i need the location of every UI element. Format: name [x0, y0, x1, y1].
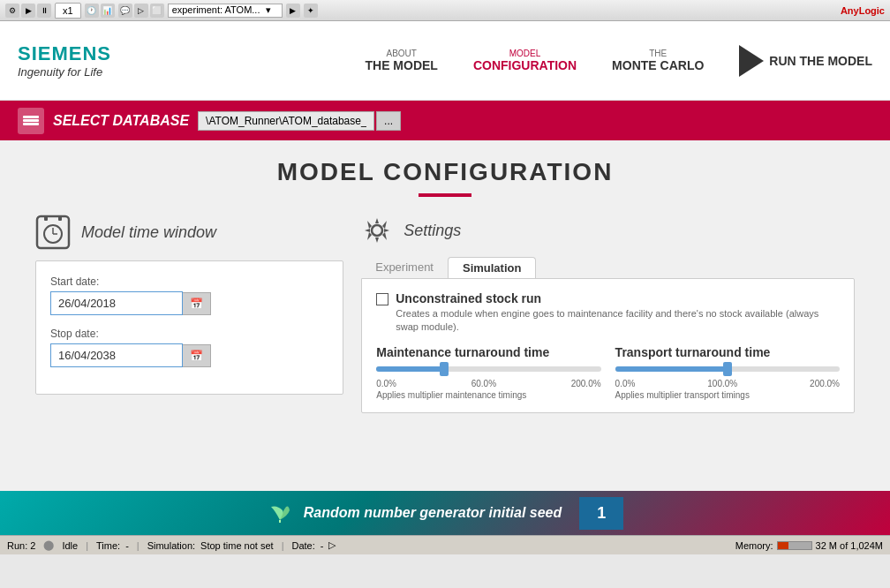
nav-config[interactable]: MODEL CONFIGURATION [473, 49, 577, 72]
nav-montecarlo[interactable]: THE MONTE CARLO [612, 49, 704, 72]
transport-max-label: 200.0% [810, 379, 840, 388]
tb-icon-1[interactable]: ⚙ [5, 4, 19, 18]
title-bar-right: AnyLogic [841, 5, 885, 16]
transport-slider-labels: 0.0% 100.0% 200.0% [615, 379, 840, 388]
run-icon[interactable]: ▷ [328, 539, 336, 551]
time-window-box: Start date: 📅 Stop date: 📅 [35, 260, 343, 395]
settings-tabs: Experiment Simulation [361, 257, 855, 278]
simulation-tab[interactable]: x1 [55, 3, 81, 19]
tb-icon-2[interactable]: ▶ [21, 4, 35, 18]
memory-label: Memory: [735, 540, 773, 551]
title-bar-left: ⚙ ▶ ⏸ x1 🕐 📊 💬 ▷ ⬜ ▶ ✦ [5, 3, 318, 19]
nav-about-main: THE MODEL [365, 58, 437, 72]
title-bar-icons: ⚙ ▶ ⏸ [5, 4, 51, 18]
seed-value-box[interactable]: 1 [579, 497, 623, 530]
settings-header: Settings [361, 215, 855, 246]
siemens-logo: SIEMENS Ingenuity for Life [18, 42, 111, 79]
maintenance-slider-section: Maintenance turnaround time 0.0% 60.0% 2… [376, 345, 600, 400]
transport-slider-track[interactable] [615, 366, 840, 372]
maint-mid-label: 60.0% [471, 379, 496, 388]
clock-icon [35, 215, 71, 250]
time-window-section: Model time window Start date: 📅 Stop dat… [35, 215, 343, 413]
date-value: - [321, 540, 324, 551]
tb-icon-6[interactable]: 💬 [118, 4, 132, 18]
tab-simulation[interactable]: Simulation [448, 257, 536, 278]
nav-about[interactable]: ABOUT THE MODEL [365, 49, 437, 72]
maintenance-slider-desc: Applies multiplier maintenance timings [376, 390, 600, 400]
db-label: Select Database [53, 113, 189, 129]
svg-rect-8 [58, 215, 62, 221]
time-window-header: Model time window [35, 215, 343, 250]
time-value: - [125, 540, 129, 551]
stop-calendar-button[interactable]: 📅 [183, 344, 211, 367]
tb-icon-star[interactable]: ✦ [304, 4, 318, 18]
maintenance-slider-labels: 0.0% 60.0% 200.0% [376, 379, 600, 388]
title-underline [419, 193, 471, 197]
start-date-label: Start date: [50, 275, 328, 288]
run-triangle-icon [739, 45, 764, 77]
unconstrained-desc: Creates a module when engine goes to mai… [396, 307, 840, 335]
siemens-brand: SIEMENS [18, 42, 111, 65]
siemens-tagline: Ingenuity for Life [18, 65, 111, 79]
tb-icon-3[interactable]: ⏸ [37, 4, 51, 18]
maintenance-slider-fill [376, 366, 443, 372]
date-label: Date: [291, 540, 314, 551]
content-grid: Model time window Start date: 📅 Stop dat… [35, 215, 855, 413]
nav-about-sub: ABOUT [365, 49, 437, 58]
unconstrained-checkbox[interactable] [376, 293, 388, 305]
tb-icon-7[interactable]: ▷ [134, 4, 148, 18]
svg-point-9 [372, 225, 382, 236]
stop-date-input[interactable] [50, 343, 183, 367]
svg-rect-7 [44, 215, 48, 221]
time-window-title: Model time window [81, 223, 216, 242]
experiment-input[interactable] [168, 4, 283, 18]
db-bar: Select Database ... [0, 101, 890, 140]
svg-rect-0 [23, 116, 39, 118]
start-date-group: 📅 [50, 291, 328, 315]
nav-mc-sub: THE [612, 49, 704, 58]
anylogic-logo: AnyLogic [841, 5, 885, 16]
stop-date-group: 📅 [50, 343, 328, 367]
transport-slider-section: Transport turnaround time 0.0% 100.0% 20… [615, 345, 840, 400]
nav-config-sub: MODEL [473, 49, 577, 58]
stop-date-label: Stop date: [50, 328, 328, 340]
tab-experiment[interactable]: Experiment [361, 257, 448, 278]
time-label: Time: [96, 540, 120, 551]
transport-slider-desc: Applies multiplier transport timings [615, 390, 840, 400]
unconstrained-text: Unconstrained stock run Creates a module… [396, 291, 840, 335]
db-file-input[interactable] [198, 111, 374, 131]
status-bar: Run: 2 ⬤ Idle | Time: - | Simulation: St… [0, 535, 890, 554]
db-browse-button[interactable]: ... [376, 111, 401, 131]
run-idle-indicator: ⬤ [43, 539, 54, 551]
sim-value: Stop time not set [200, 540, 274, 551]
memory-bar [777, 541, 812, 550]
svg-rect-1 [23, 119, 39, 122]
db-input-group: ... [198, 111, 401, 131]
page-title: MODEL CONFIGURATION [35, 158, 855, 186]
title-bar: ⚙ ▶ ⏸ x1 🕐 📊 💬 ▷ ⬜ ▶ ✦ AnyLogic [0, 0, 890, 21]
tb-icon-8[interactable]: ⬜ [150, 4, 164, 18]
transport-slider-thumb[interactable] [723, 362, 732, 376]
transport-min-label: 0.0% [615, 379, 636, 388]
nav-mc-main: MONTE CARLO [612, 58, 704, 72]
start-calendar-button[interactable]: 📅 [183, 292, 211, 315]
tb-icon-play[interactable]: ▶ [286, 4, 300, 18]
transport-slider-fill [615, 366, 728, 372]
unconstrained-row: Unconstrained stock run Creates a module… [376, 291, 840, 335]
maintenance-slider-thumb[interactable] [440, 362, 449, 376]
seed-label: Random number generator initial seed [304, 505, 562, 521]
memory-value: 32 M of 1,024M [816, 540, 883, 551]
settings-box: Unconstrained stock run Creates a module… [361, 278, 855, 413]
seed-plant-icon [267, 498, 293, 528]
maintenance-slider-track[interactable] [376, 366, 600, 372]
sep2: | [137, 540, 140, 551]
settings-section: Settings Experiment Simulation Unconstra… [361, 215, 855, 413]
maint-min-label: 0.0% [376, 379, 396, 388]
tb-icon-5[interactable]: 📊 [101, 4, 115, 18]
tb-icon-4[interactable]: 🕐 [85, 4, 99, 18]
main-content: MODEL CONFIGURATION Model time window St… [0, 140, 890, 491]
run-model-button[interactable]: RUN THE MODEL [739, 45, 872, 77]
start-date-input[interactable] [50, 291, 183, 315]
sep1: | [86, 540, 88, 551]
sep3: | [282, 540, 284, 551]
